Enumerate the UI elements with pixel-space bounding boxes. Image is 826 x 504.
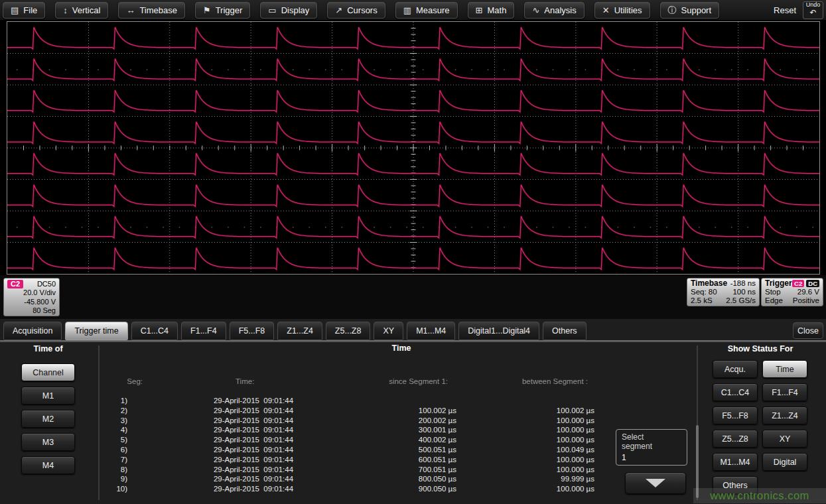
cell-time: 29-April-2015 09:01:44 xyxy=(198,485,309,493)
segment-down-button[interactable] xyxy=(625,472,686,494)
cell-since-segment: 600.051 µs xyxy=(355,456,456,464)
tab-m1-m4[interactable]: M1...M4 xyxy=(407,322,455,340)
cell-seg: 6) xyxy=(105,446,127,454)
timebase-descriptor[interactable]: Timebase -188 ns Seq: 80 100 ns 2.5 kS 2… xyxy=(687,278,760,306)
menu-label: Utilities xyxy=(614,5,642,15)
reset-button[interactable]: Reset xyxy=(774,5,796,15)
cell-between-segment: 100.049 µs xyxy=(492,446,594,454)
menu-button-timebase[interactable]: ↔Timebase xyxy=(118,2,185,19)
tab-xy[interactable]: XY xyxy=(374,322,403,340)
status-buttons: Acqu.TimeC1...C4F1...F4F5...F8Z1...Z4Z5.… xyxy=(713,360,809,489)
select-segment-box[interactable]: Select segment 1 xyxy=(616,429,687,466)
cell-between-segment: 100.000 µs xyxy=(492,466,594,473)
table-row: 8)29-April-2015 09:01:44700.051 µs100.00… xyxy=(0,466,610,475)
cell-between-segment: 100.000 µs xyxy=(492,426,594,434)
tab-z1-z4[interactable]: Z1...Z4 xyxy=(277,322,322,340)
time-of-button-channel[interactable]: Channel xyxy=(21,363,75,381)
trigger-type: Edge xyxy=(765,296,783,305)
menu-button-analysis[interactable]: ∿Analysis xyxy=(524,2,584,19)
tab-z5-z8[interactable]: Z5...Z8 xyxy=(326,322,371,340)
cell-time: 29-April-2015 09:01:44 xyxy=(198,456,309,464)
select-segment-value: 1 xyxy=(622,453,681,462)
table-row: 2)29-April-2015 09:01:44100.002 µs100.00… xyxy=(0,407,610,416)
cell-seg: 8) xyxy=(105,466,127,473)
cell-seg: 7) xyxy=(105,456,127,464)
watermark: www.cntronics.com xyxy=(693,488,826,503)
status-button-m1-m4[interactable]: M1...M4 xyxy=(713,453,758,471)
time-of-title: Time of xyxy=(21,344,75,353)
file-icon: ▤ xyxy=(11,6,19,15)
status-button-digital[interactable]: Digital xyxy=(762,453,807,471)
channel-descriptor-c2[interactable]: C2 DC50 20.0 V/div -45.800 V 80 Seg xyxy=(3,278,60,316)
menu-bar: ▤File↕Vertical↔Timebase⚑Trigger▭Display↗… xyxy=(0,0,826,20)
menu-button-math[interactable]: ⊞Math xyxy=(468,2,515,19)
cell-time: 29-April-2015 09:01:44 xyxy=(198,407,309,414)
tab-c1-c4[interactable]: C1...C4 xyxy=(131,322,178,340)
menu-button-display[interactable]: ▭Display xyxy=(260,2,317,19)
scrollbar-thumb[interactable] xyxy=(696,425,699,498)
tab-others[interactable]: Others xyxy=(543,322,586,340)
trigger-descriptor[interactable]: Trigger C2 DC Stop 29.6 V Edge Positive xyxy=(761,278,823,306)
menu-button-trigger[interactable]: ⚑Trigger xyxy=(195,2,250,19)
tab-trigger-time[interactable]: Trigger time xyxy=(65,322,127,340)
cell-since-segment: 200.002 µs xyxy=(355,416,456,424)
trigger-slope: Positive xyxy=(793,296,819,305)
cell-since-segment: 100.002 µs xyxy=(355,407,456,414)
cell-seg: 9) xyxy=(105,475,127,483)
cell-between-segment: 99.999 µs xyxy=(492,475,594,483)
menu-button-utilities[interactable]: ✕Utilities xyxy=(594,2,650,19)
menu-label: Trigger xyxy=(216,5,243,15)
menu-label: Analysis xyxy=(544,5,576,15)
waveform-display-region xyxy=(0,20,826,275)
status-dialog: AcquisitionTrigger timeC1...C4F1...F4F5.… xyxy=(0,319,826,504)
close-button[interactable]: Close xyxy=(793,322,823,339)
cell-time: 29-April-2015 09:01:44 xyxy=(198,466,309,473)
vertical-arrows-icon: ↕ xyxy=(63,6,68,15)
cell-since-segment: 800.050 µs xyxy=(355,475,456,483)
status-button-f5-f8[interactable]: F5...F8 xyxy=(713,407,758,424)
tabs-divider xyxy=(0,340,826,342)
tab-f5-f8[interactable]: F5...F8 xyxy=(230,322,275,340)
tab-digital1-digital4[interactable]: Digital1...Digital4 xyxy=(458,322,539,340)
table-row: 5)29-April-2015 09:01:44400.002 µs100.00… xyxy=(0,436,610,445)
status-button-z1-z4[interactable]: Z1...Z4 xyxy=(762,407,807,424)
channel-scale: 20.0 V/div xyxy=(7,288,56,298)
oscilloscope-screen: ▤File↕Vertical↔Timebase⚑Trigger▭Display↗… xyxy=(0,0,826,504)
menu-button-support[interactable]: ⓘSupport xyxy=(660,2,720,19)
header-between-segment: between Segment : xyxy=(484,377,588,385)
menu-label: Timebase xyxy=(139,5,177,15)
cell-between-segment: 100.000 µs xyxy=(492,456,594,464)
trigger-mode: Stop xyxy=(765,288,781,296)
channel-badge: C2 xyxy=(7,280,23,288)
menu-label: Vertical xyxy=(72,5,101,15)
status-button-c1-c4[interactable]: C1...C4 xyxy=(713,383,758,401)
chevron-down-icon xyxy=(646,479,665,487)
utilities-tools-icon: ✕ xyxy=(602,6,610,15)
menu-label: Math xyxy=(487,5,506,15)
undo-button[interactable]: Undo ↶ xyxy=(803,1,823,19)
menu-label: Cursors xyxy=(347,5,378,15)
table-row: 10)29-April-2015 09:01:44900.050 µs100.0… xyxy=(0,485,610,494)
status-button-f1-f4[interactable]: F1...F4 xyxy=(762,383,807,401)
menu-button-measure[interactable]: ▥Measure xyxy=(395,2,458,19)
status-button-xy[interactable]: XY xyxy=(762,430,807,448)
menu-button-cursors[interactable]: ↗Cursors xyxy=(327,2,385,19)
cell-since-segment: 700.051 µs xyxy=(355,466,456,473)
cell-time: 29-April-2015 09:01:44 xyxy=(198,446,309,454)
channel-segments: 80 Seg xyxy=(7,306,56,316)
cell-seg: 5) xyxy=(105,436,127,444)
descriptor-strip: C2 DC50 20.0 V/div -45.800 V 80 Seg Time… xyxy=(0,275,826,319)
cell-seg: 10) xyxy=(105,485,127,493)
tab-acquisition[interactable]: Acquisition xyxy=(3,322,62,340)
cell-between-segment: 100.000 µs xyxy=(492,485,594,493)
status-button-acqu[interactable]: Acqu. xyxy=(713,360,758,378)
table-row: 6)29-April-2015 09:01:44500.051 µs100.04… xyxy=(0,446,610,455)
status-button-time[interactable]: Time xyxy=(762,360,807,378)
table-row: 4)29-April-2015 09:01:44300.001 µs100.00… xyxy=(0,426,610,435)
menu-button-vertical[interactable]: ↕Vertical xyxy=(55,2,108,19)
menu-button-file[interactable]: ▤File xyxy=(3,2,45,19)
waveform-grid[interactable] xyxy=(7,21,820,275)
status-button-z5-z8[interactable]: Z5...Z8 xyxy=(713,430,758,448)
tab-f1-f4[interactable]: F1...F4 xyxy=(181,322,226,340)
table-title: Time xyxy=(299,344,504,353)
